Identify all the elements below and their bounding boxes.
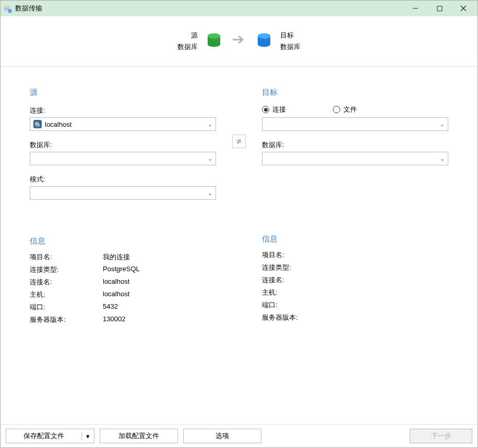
radio-file[interactable]: 文件 xyxy=(333,105,357,114)
target-type-radio-group: 连接 文件 xyxy=(262,105,448,114)
info-key: 服务器版本: xyxy=(262,313,335,322)
info-val xyxy=(335,263,448,272)
next-label: 下一步 xyxy=(431,431,451,441)
svg-rect-4 xyxy=(437,6,442,11)
chevron-down-icon: ⌄ xyxy=(208,155,212,162)
content: 源 连接: 🐘 localhost ⌄ 数据库: ⌄ 模式: ⌄ 信息 项目名:… xyxy=(1,67,477,424)
save-profile-label: 保存配置文件 xyxy=(6,431,81,441)
postgres-icon: 🐘 xyxy=(33,120,42,128)
info-key: 连接名: xyxy=(30,277,103,287)
info-val: 130002 xyxy=(103,315,216,324)
load-profile-label: 加载配置文件 xyxy=(118,431,159,441)
info-key: 连接类型: xyxy=(262,263,335,272)
target-info: 信息 项目名: 连接类型: 连接名: 主机: 端口: 服务器版本: xyxy=(262,234,448,322)
source-info-grid: 项目名:我的连接 连接类型:PostgreSQL 连接名:localhost 主… xyxy=(30,252,216,324)
source-connection-combo[interactable]: 🐘 localhost ⌄ xyxy=(30,117,216,131)
database-icon-blue xyxy=(255,32,273,51)
app-icon xyxy=(3,4,12,13)
window-title: 数据传输 xyxy=(15,4,403,13)
source-schema-label: 模式: xyxy=(30,175,216,184)
info-key: 服务器版本: xyxy=(30,315,103,324)
info-val: PostgreSQL xyxy=(103,265,216,274)
info-val: 我的连接 xyxy=(103,252,216,262)
source-info: 信息 项目名:我的连接 连接类型:PostgreSQL 连接名:localhos… xyxy=(30,236,216,324)
target-heading: 目标 xyxy=(262,88,448,98)
database-icon-green xyxy=(205,32,223,51)
info-val xyxy=(335,288,448,297)
info-key: 连接类型: xyxy=(30,265,103,274)
svg-point-8 xyxy=(208,33,220,39)
save-profile-button[interactable]: 保存配置文件 ▾ xyxy=(6,429,94,443)
info-val: localhost xyxy=(103,277,216,287)
next-button: 下一步 xyxy=(410,429,472,443)
radio-connection-label: 连接 xyxy=(272,105,286,114)
info-val: 5432 xyxy=(103,302,216,312)
options-label: 选项 xyxy=(216,431,229,441)
info-key: 端口: xyxy=(262,300,335,310)
close-button[interactable] xyxy=(451,1,475,16)
source-schema-combo[interactable]: ⌄ xyxy=(30,186,216,200)
chevron-down-icon: ⌄ xyxy=(208,121,212,128)
info-val xyxy=(335,250,448,260)
info-key: 连接名: xyxy=(262,275,335,285)
target-db-label: 数据库: xyxy=(262,140,448,150)
swap-button[interactable] xyxy=(232,135,246,148)
source-database-combo[interactable]: ⌄ xyxy=(30,152,216,165)
banner-source: 源 数据库 xyxy=(177,31,223,52)
svg-point-1 xyxy=(4,5,9,7)
radio-file-label: 文件 xyxy=(343,105,357,114)
save-profile-dropdown[interactable]: ▾ xyxy=(81,432,94,440)
minimize-button[interactable] xyxy=(403,1,427,16)
info-key: 项目名: xyxy=(262,250,335,260)
info-val xyxy=(335,275,448,285)
maximize-button[interactable] xyxy=(427,1,451,16)
target-column: 目标 连接 文件 ⌄ 数据库: ⌄ 信息 项目名: 连接类型: xyxy=(262,88,448,414)
footer: 保存配置文件 ▾ 加载配置文件 选项 下一步 xyxy=(1,424,477,447)
info-key: 主机: xyxy=(30,290,103,299)
source-info-heading: 信息 xyxy=(30,236,216,246)
source-conn-label: 连接: xyxy=(30,106,216,115)
source-heading: 源 xyxy=(30,88,216,98)
source-column: 源 连接: 🐘 localhost ⌄ 数据库: ⌄ 模式: ⌄ 信息 项目名:… xyxy=(30,88,216,414)
target-connection-combo[interactable]: ⌄ xyxy=(262,117,448,131)
load-profile-button[interactable]: 加载配置文件 xyxy=(100,429,178,443)
chevron-down-icon: ⌄ xyxy=(208,190,212,197)
options-button[interactable]: 选项 xyxy=(183,429,261,443)
banner-target: 目标 数据库 xyxy=(255,31,301,52)
banner-source-title: 源 xyxy=(191,31,198,40)
chevron-down-icon: ⌄ xyxy=(440,121,445,128)
target-info-grid: 项目名: 连接类型: 连接名: 主机: 端口: 服务器版本: xyxy=(262,250,448,322)
info-val xyxy=(335,300,448,310)
banner: 源 数据库 目标 xyxy=(1,16,477,67)
middle-column xyxy=(216,88,262,414)
svg-point-10 xyxy=(258,33,270,39)
arrow-right-icon xyxy=(232,34,246,48)
source-db-label: 数据库: xyxy=(30,140,216,150)
info-key: 主机: xyxy=(262,288,335,297)
info-key: 端口: xyxy=(30,302,103,312)
info-val: localhost xyxy=(103,290,216,299)
target-info-heading: 信息 xyxy=(262,234,448,244)
banner-target-title: 目标 xyxy=(280,31,294,40)
radio-connection[interactable]: 连接 xyxy=(262,105,286,114)
info-val xyxy=(335,313,448,322)
target-database-combo[interactable]: ⌄ xyxy=(262,152,448,165)
source-conn-value: localhost xyxy=(45,120,71,128)
banner-source-sub: 数据库 xyxy=(177,42,198,52)
banner-target-sub: 数据库 xyxy=(280,42,301,52)
titlebar: 数据传输 xyxy=(1,1,477,16)
info-key: 项目名: xyxy=(30,252,103,262)
chevron-down-icon: ⌄ xyxy=(440,155,445,162)
